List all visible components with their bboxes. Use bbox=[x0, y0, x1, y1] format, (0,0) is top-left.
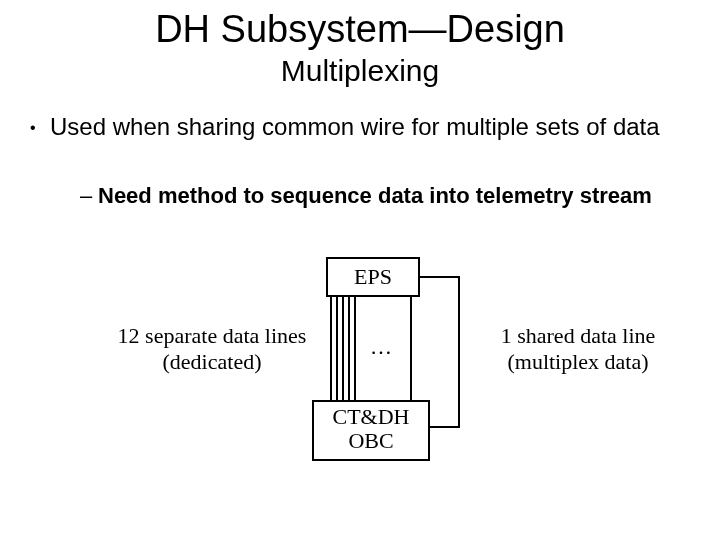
data-line bbox=[336, 295, 338, 400]
left-label-line2: (dedicated) bbox=[112, 349, 312, 375]
obc-line2: OBC bbox=[314, 429, 428, 453]
left-label-line1: 12 separate data lines bbox=[112, 323, 312, 349]
data-line bbox=[330, 295, 332, 400]
ellipsis-icon: … bbox=[370, 334, 392, 360]
obc-box: CT&DH OBC bbox=[312, 400, 430, 461]
data-line bbox=[410, 295, 412, 400]
data-line bbox=[348, 295, 350, 400]
slide: DH Subsystem—Design Multiplexing • Used … bbox=[0, 0, 720, 540]
bullet-dash-icon: – bbox=[80, 182, 92, 210]
right-label-line1: 1 shared data line bbox=[488, 323, 668, 349]
slide-title: DH Subsystem—Design bbox=[0, 8, 720, 51]
bullet-level2-text: Need method to sequence data into teleme… bbox=[98, 183, 652, 208]
shared-line-v bbox=[458, 276, 460, 428]
bullet-level1: • Used when sharing common wire for mult… bbox=[50, 112, 660, 142]
eps-box: EPS bbox=[326, 257, 420, 297]
right-label: 1 shared data line (multiplex data) bbox=[488, 323, 668, 376]
obc-line1: CT&DH bbox=[314, 405, 428, 429]
bullet-dot-icon: • bbox=[30, 118, 36, 138]
slide-subtitle: Multiplexing bbox=[0, 54, 720, 88]
left-label: 12 separate data lines (dedicated) bbox=[112, 323, 312, 376]
data-line bbox=[342, 295, 344, 400]
bullet-level2: – Need method to sequence data into tele… bbox=[98, 182, 658, 210]
shared-line-h-top bbox=[418, 276, 460, 278]
bullet-level1-text: Used when sharing common wire for multip… bbox=[50, 113, 660, 140]
shared-line-h-bottom bbox=[428, 426, 460, 428]
data-line bbox=[354, 295, 356, 400]
right-label-line2: (multiplex data) bbox=[488, 349, 668, 375]
